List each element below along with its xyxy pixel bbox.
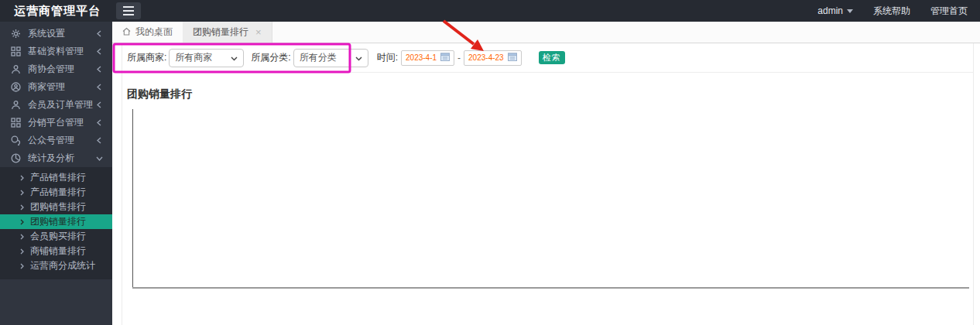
chevron-down-icon [96, 156, 103, 161]
sidebar-item-distribution-platform[interactable]: 分销平台管理 [0, 114, 112, 132]
admin-user-menu[interactable]: admin [817, 5, 853, 16]
chevron-left-icon [97, 48, 103, 55]
chart-x-axis [132, 287, 969, 289]
admin-username: admin [817, 5, 843, 16]
chart-y-axis [132, 109, 133, 288]
member-icon [11, 100, 21, 110]
th-icon [11, 118, 21, 128]
sidebar-item-label: 公众号管理 [28, 134, 97, 147]
caret-down-icon [847, 9, 853, 13]
gear-icon [11, 29, 21, 39]
chevron-right-icon [20, 248, 24, 255]
sidebar-item-basic-data[interactable]: 基础资料管理 [0, 43, 112, 60]
tab-my-desktop[interactable]: 我的桌面 [112, 22, 183, 43]
chevron-left-icon [97, 30, 103, 37]
submenu-item-groupbuy-volume-rank[interactable]: 团购销量排行 [0, 214, 112, 229]
chevron-down-icon [355, 53, 362, 63]
sidebar-item-official-account[interactable]: 公众号管理 [0, 132, 112, 149]
calendar-icon[interactable] [508, 53, 517, 63]
system-help-link[interactable]: 系统帮助 [873, 5, 910, 18]
sidebar-item-business-association[interactable]: 商协会管理 [0, 60, 112, 78]
chevron-right-icon [20, 263, 24, 269]
category-select[interactable]: 所有分类 [293, 49, 368, 67]
search-button[interactable]: 检索 [539, 51, 565, 64]
chevron-left-icon [97, 84, 103, 91]
category-filter-label: 所属分类: [251, 51, 290, 64]
submenu-item-member-purchase-rank[interactable]: 会员购买排行 [0, 229, 112, 244]
chevron-right-icon [20, 234, 24, 240]
date-end-input[interactable]: 2023-4-23 [464, 50, 522, 66]
merchant-select[interactable]: 所有商家 [169, 49, 244, 67]
sidebar-item-label: 基础资料管理 [28, 45, 97, 58]
main-area: 我的桌面 团购销量排行 × 所属商家: 所有商家 所属分类: 所有分类 时间: [112, 22, 980, 325]
submenu-item-shop-volume-rank[interactable]: 商铺销量排行 [0, 244, 112, 258]
topbar-right: admin 系统帮助 管理首页 [817, 5, 980, 18]
sidebar-item-system-settings[interactable]: 系统设置 [0, 25, 112, 43]
wechat-icon [11, 135, 21, 145]
submenu-item-operator-commission-stats[interactable]: 运营商分成统计 [0, 258, 112, 273]
grid-icon [11, 46, 21, 56]
chart-title: 团购销量排行 [127, 87, 192, 101]
chevron-right-icon [20, 190, 24, 196]
hamburger-icon [123, 6, 134, 8]
sidebar: 系统设置 基础资料管理 商协会管理 商家管理 [0, 22, 112, 325]
sidebar-item-label: 统计及分析 [28, 152, 96, 165]
tab-bar: 我的桌面 团购销量排行 × [112, 22, 980, 43]
app-logo: 运营商管理平台 [0, 0, 112, 22]
date-range-separator: - [457, 53, 461, 63]
chevron-left-icon [97, 101, 103, 108]
submenu-item-groupbuy-sales-rank[interactable]: 团购销售排行 [0, 200, 112, 214]
chevron-right-icon [20, 204, 24, 210]
chevron-down-icon [231, 53, 238, 63]
submenu-item-product-sales-rank[interactable]: 产品销售排行 [0, 170, 112, 185]
date-start-input[interactable]: 2023-4-1 [401, 50, 454, 66]
tab-groupbuy-volume-rank[interactable]: 团购销量排行 × [183, 22, 272, 43]
time-filter-label: 时间: [377, 51, 398, 64]
statistics-submenu: 产品销售排行 产品销量排行 团购销售排行 团购销量排行 会员购买排行 商铺销量排… [0, 167, 112, 279]
chevron-left-icon [97, 66, 103, 73]
content-panel: 所属商家: 所有商家 所属分类: 所有分类 时间: 2023-4-1 [122, 43, 974, 325]
user-circle-icon [11, 82, 21, 92]
sidebar-item-label: 商家管理 [28, 80, 97, 94]
chevron-right-icon [20, 219, 24, 225]
sidebar-item-label: 系统设置 [28, 27, 97, 40]
chevron-right-icon [20, 175, 24, 181]
app-window: 运营商管理平台 admin 系统帮助 管理首页 系统设置 [0, 0, 980, 325]
close-icon[interactable]: × [255, 26, 262, 38]
admin-home-link[interactable]: 管理首页 [930, 5, 968, 18]
sidebar-item-merchant-management[interactable]: 商家管理 [0, 78, 112, 96]
menu-toggle-button[interactable] [116, 2, 141, 19]
sidebar-item-label: 商协会管理 [28, 63, 97, 76]
calendar-icon[interactable] [440, 53, 450, 63]
sidebar-item-label: 会员及订单管理 [28, 98, 97, 111]
submenu-item-product-volume-rank[interactable]: 产品销量排行 [0, 185, 112, 200]
filter-toolbar: 所属商家: 所有商家 所属分类: 所有分类 时间: 2023-4-1 [122, 43, 973, 73]
merchant-filter-label: 所属商家: [127, 51, 166, 64]
chevron-left-icon [97, 137, 103, 144]
sidebar-item-label: 分销平台管理 [28, 116, 97, 129]
sidebar-item-members-orders[interactable]: 会员及订单管理 [0, 96, 112, 114]
user-icon [11, 64, 21, 74]
topbar: 运营商管理平台 admin 系统帮助 管理首页 [0, 0, 980, 22]
chevron-left-icon [97, 119, 103, 126]
home-icon [122, 27, 131, 38]
pie-chart-icon [11, 153, 21, 163]
sidebar-item-statistics-analysis[interactable]: 统计及分析 [0, 149, 112, 167]
